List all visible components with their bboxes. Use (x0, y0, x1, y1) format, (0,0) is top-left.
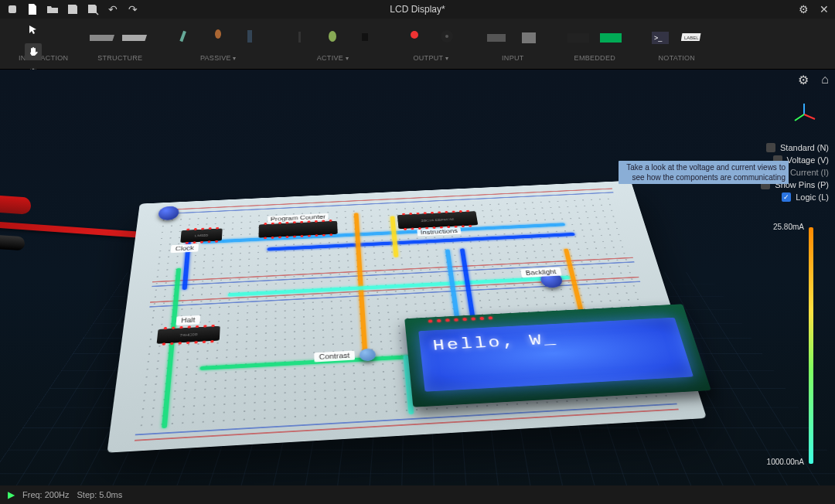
group-active: ACTIVE (275, 22, 390, 68)
save-as-icon[interactable] (87, 3, 99, 15)
undo-icon[interactable]: ↶ (107, 3, 119, 15)
chip-clock[interactable]: LM555 (180, 228, 222, 242)
led-icon[interactable] (400, 24, 428, 52)
home-icon[interactable]: ⌂ (821, 73, 829, 87)
chip-instructions[interactable]: 28C16 EEPROMInstructions (397, 211, 479, 229)
axis-gizmo[interactable] (792, 102, 816, 127)
transistor-icon[interactable] (319, 24, 346, 52)
chip-program-counter[interactable]: Program Counter (258, 221, 337, 238)
breadboard-half-icon[interactable] (90, 24, 118, 52)
group-label: INPUT (502, 54, 524, 62)
svg-rect-0 (9, 5, 16, 13)
group-label[interactable]: OUTPUT (413, 54, 448, 62)
close-icon[interactable]: ✕ (820, 3, 829, 15)
current-min-label: 1000.00nA (767, 458, 804, 466)
current-gradient-legend (809, 227, 813, 464)
resistor-icon[interactable] (172, 24, 199, 52)
svg-rect-6 (298, 32, 301, 43)
cursor-tool[interactable] (25, 22, 42, 39)
svg-text:LABEL: LABEL (684, 36, 699, 40)
breadboard-full-icon[interactable] (122, 24, 150, 52)
view-standard[interactable]: Standard (N) (761, 143, 829, 152)
mosfet-icon[interactable] (351, 24, 379, 52)
label-icon[interactable]: LABEL (679, 24, 707, 52)
save-icon[interactable] (66, 3, 79, 15)
lcd-pins (428, 316, 492, 322)
svg-rect-12 (487, 34, 506, 42)
status-step: Step: 5.0ms (77, 490, 123, 499)
probe-black[interactable] (0, 235, 26, 251)
capacitor-icon[interactable] (204, 24, 232, 52)
svg-rect-13 (522, 32, 536, 43)
settings-icon[interactable]: ⚙ (799, 3, 809, 15)
label-halt: Halt (176, 315, 200, 325)
svg-rect-1 (90, 35, 114, 41)
svg-rect-5 (247, 30, 252, 43)
hint-tooltip: Take a look at the voltage and current v… (619, 161, 789, 184)
breadboard[interactable]: LM555 Clock Program Counter 28C16 EEPROM… (107, 181, 707, 453)
group-notation: >_ LABEL NOTATION (636, 22, 717, 68)
svg-rect-8 (362, 33, 368, 41)
lcd-screen: Hello, W_ (418, 318, 694, 392)
svg-point-4 (215, 29, 221, 39)
3d-viewport[interactable]: LM555 Clock Program Counter 28C16 EEPROM… (0, 70, 835, 485)
group-label: STRUCTURE (97, 54, 142, 62)
file-menu: ↶ ↷ (6, 3, 139, 15)
play-button[interactable]: ▶ (8, 489, 15, 500)
redo-icon[interactable]: ↷ (127, 3, 139, 15)
terminal-icon[interactable]: >_ (646, 24, 674, 52)
svg-line-22 (795, 114, 804, 121)
chip-halt[interactable]: 74HC00 (157, 326, 220, 344)
group-interaction: ◌ INTERACTION (8, 22, 79, 68)
inductor-icon[interactable] (237, 24, 264, 52)
buzzer-icon[interactable] (433, 24, 461, 52)
svg-rect-14 (567, 33, 589, 43)
group-passive: PASSIVE (161, 22, 275, 68)
view-logic[interactable]: ✓Logic (L) (761, 192, 829, 202)
button-icon[interactable] (515, 24, 543, 52)
current-max-label: 25.80mA (773, 223, 804, 231)
component-toolbar: ◌ INTERACTION STRUCTURE PASSIVE ACTIVE (0, 19, 835, 70)
diode-icon[interactable] (286, 24, 314, 52)
svg-point-9 (411, 31, 418, 39)
svg-rect-3 (180, 31, 187, 43)
new-file-icon[interactable] (26, 3, 39, 15)
group-structure: STRUCTURE (79, 22, 161, 68)
probe-red[interactable] (0, 195, 32, 214)
mcu-icon[interactable] (597, 24, 625, 52)
group-label[interactable]: ACTIVE (317, 54, 349, 62)
label-clock: Clock (170, 243, 199, 253)
group-label: NOTATION (659, 54, 696, 62)
group-output: OUTPUT (390, 22, 472, 68)
document-title: LCD Display* (390, 4, 445, 15)
view-settings-icon[interactable]: ⚙ (798, 73, 809, 87)
statusbar: ▶ Freq: 200Hz Step: 5.0ms (0, 485, 835, 504)
ic-icon[interactable] (564, 24, 592, 52)
hand-tool[interactable] (25, 43, 42, 60)
svg-text:>_: >_ (654, 34, 663, 42)
titlebar: ↶ ↷ LCD Display* ⚙ ✕ (0, 0, 835, 19)
status-freq: Freq: 200Hz (22, 490, 70, 499)
group-label[interactable]: PASSIVE (200, 54, 237, 62)
app-logo-icon[interactable] (6, 3, 19, 15)
lcd-text: Hello, W_ (432, 331, 560, 354)
svg-point-11 (445, 35, 448, 38)
lcd-module[interactable]: Hello, W_ (404, 304, 711, 407)
svg-rect-15 (600, 33, 622, 43)
group-embedded: EMBEDDED (554, 22, 636, 68)
svg-line-21 (804, 114, 815, 119)
svg-rect-2 (122, 35, 147, 41)
switch-icon[interactable] (482, 24, 510, 52)
group-label: EMBEDDED (574, 54, 615, 62)
open-file-icon[interactable] (46, 3, 59, 15)
svg-point-7 (329, 31, 336, 42)
group-input: INPUT (472, 22, 554, 68)
